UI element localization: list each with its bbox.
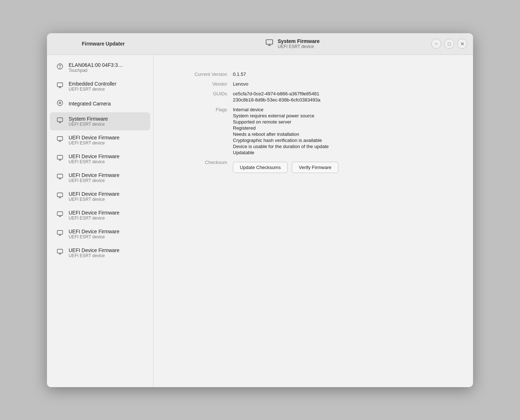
sidebar-name-camera: Integrated Camera (69, 101, 111, 107)
sidebar-icon-uefi-7 (56, 248, 64, 257)
sidebar-text-uefi-1: UEFI Device Firmware UEFI ESRT device (69, 135, 120, 146)
sidebar-item-camera[interactable]: Integrated Camera (50, 96, 150, 112)
content-area: ELAN06A1:00 04F3:3… Touchpad Embedded Co… (47, 55, 473, 387)
guids-label: GUIDs (175, 89, 233, 99)
sidebar-sub-elan: Touchpad (69, 68, 123, 73)
guid-2: 230c8b18-8d9b-53ec-838b-6cfc0383493a (233, 97, 428, 103)
sidebar-name-system-firmware: System Firmware (69, 116, 108, 122)
sidebar-text-uefi-2: UEFI Device Firmware UEFI ESRT device (69, 153, 120, 164)
svg-rect-5 (57, 83, 63, 87)
sidebar-item-uefi-1[interactable]: UEFI Device Firmware UEFI ESRT device (50, 131, 150, 149)
titlebar-center: System Firmware UEFI ESRT device (154, 38, 431, 49)
sidebar-sub-system-firmware: UEFI ESRT device (69, 122, 108, 127)
flags-label: Flags (175, 105, 233, 114)
flag-7: Updatable (233, 150, 428, 155)
guids-values: ce5cfa7d-0ce2-4974-b866-a367f9e85481 230… (233, 89, 428, 105)
sidebar-icon-camera (56, 100, 64, 108)
sidebar-item-uefi-3[interactable]: UEFI Device Firmware UEFI ESRT device (50, 169, 150, 187)
sidebar-sub-uefi-1: UEFI ESRT device (69, 140, 120, 146)
sidebar-text-system-firmware: System Firmware UEFI ESRT device (69, 116, 108, 127)
sidebar-text-uefi-7: UEFI Device Firmware UEFI ESRT device (69, 247, 120, 258)
sidebar-item-uefi-6[interactable]: UEFI Device Firmware UEFI ESRT device (50, 225, 150, 243)
sidebar-item-uefi-5[interactable]: UEFI Device Firmware UEFI ESRT device (50, 206, 150, 224)
guid-1: ce5cfa7d-0ce2-4974-b866-a367f9e85481 (233, 91, 428, 96)
sidebar-text-elan: ELAN06A1:00 04F3:3… Touchpad (69, 62, 123, 73)
titlebar-monitor-icon (265, 39, 273, 49)
svg-rect-14 (57, 137, 63, 140)
sidebar-icon-uefi-1 (56, 136, 64, 144)
detail-table: Current Version 0.1.57 Vendor Lenovo GUI… (175, 69, 428, 177)
sidebar-sub-embedded: UEFI ESRT device (69, 87, 116, 92)
sidebar-text-camera: Integrated Camera (69, 101, 111, 107)
sidebar-name-uefi-1: UEFI Device Firmware (69, 135, 120, 140)
sidebar-text-embedded: Embedded Controller UEFI ESRT device (69, 81, 116, 92)
sidebar-sub-uefi-2: UEFI ESRT device (69, 159, 120, 164)
flag-4: Needs a reboot after installation (233, 131, 428, 137)
current-version-label: Current Version (175, 69, 233, 79)
sidebar-item-uefi-4[interactable]: UEFI Device Firmware UEFI ESRT device (50, 187, 150, 205)
vendor-value: Lenovo (233, 79, 428, 89)
sidebar-sub-uefi-7: UEFI ESRT device (69, 253, 120, 258)
flags-values: Internal deviceSystem requires external … (233, 105, 428, 157)
flag-2: Supported on remote server (233, 119, 428, 125)
update-checksums-button[interactable]: Update Checksums (233, 162, 287, 173)
main-panel: Current Version 0.1.57 Vendor Lenovo GUI… (153, 55, 473, 387)
flag-0: Internal device (233, 107, 428, 112)
sidebar-icon-uefi-3 (56, 173, 64, 182)
app-name: Firmware Updater (53, 41, 154, 47)
sidebar-name-embedded: Embedded Controller (69, 81, 116, 87)
titlebar-controls: − □ ✕ (431, 39, 467, 49)
titlebar-subtitle: UEFI ESRT device (278, 44, 314, 49)
sidebar-item-elan[interactable]: ELAN06A1:00 04F3:3… Touchpad (50, 59, 150, 77)
sidebar-sub-uefi-6: UEFI ESRT device (69, 234, 120, 239)
svg-point-10 (60, 103, 60, 103)
sidebar-icon-elan (56, 63, 64, 72)
close-button[interactable]: ✕ (457, 39, 467, 49)
svg-point-4 (60, 68, 60, 68)
sidebar-text-uefi-6: UEFI Device Firmware UEFI ESRT device (69, 229, 120, 239)
flag-3: Registered (233, 125, 428, 131)
flag-1: System requires external power source (233, 113, 428, 118)
titlebar: Firmware Updater System Firmware UEFI ES… (47, 33, 473, 55)
sidebar-name-elan: ELAN06A1:00 04F3:3… (69, 62, 123, 68)
svg-rect-0 (266, 40, 273, 44)
sidebar-text-uefi-3: UEFI Device Firmware UEFI ESRT device (69, 172, 120, 183)
flag-5: Cryptographic hash verification is avail… (233, 138, 428, 143)
sidebar-icon-uefi-6 (56, 230, 64, 238)
svg-rect-23 (57, 193, 63, 197)
sidebar-icon-system-firmware (56, 117, 64, 125)
sidebar-name-uefi-2: UEFI Device Firmware (69, 153, 120, 159)
sidebar-sub-uefi-4: UEFI ESRT device (69, 197, 120, 202)
sidebar-item-uefi-7[interactable]: UEFI Device Firmware UEFI ESRT device (50, 244, 150, 262)
titlebar-title-group: System Firmware UEFI ESRT device (278, 38, 320, 49)
sidebar-sub-uefi-5: UEFI ESRT device (69, 216, 120, 221)
svg-rect-11 (57, 118, 63, 122)
svg-rect-32 (57, 249, 63, 253)
sidebar-item-uefi-2[interactable]: UEFI Device Firmware UEFI ESRT device (50, 150, 150, 168)
sidebar-icon-uefi-2 (56, 155, 64, 163)
verify-firmware-button[interactable]: Verify Firmware (292, 162, 338, 173)
sidebar-name-uefi-4: UEFI Device Firmware (69, 191, 120, 197)
sidebar-item-system-firmware[interactable]: System Firmware UEFI ESRT device (50, 112, 150, 130)
sidebar-icon-embedded (56, 82, 64, 90)
sidebar-text-uefi-4: UEFI Device Firmware UEFI ESRT device (69, 191, 120, 202)
maximize-button[interactable]: □ (444, 39, 454, 49)
sidebar-item-embedded[interactable]: Embedded Controller UEFI ESRT device (50, 77, 150, 95)
sidebar-icon-uefi-4 (56, 192, 64, 200)
sidebar-name-uefi-5: UEFI Device Firmware (69, 210, 120, 216)
sidebar-name-uefi-7: UEFI Device Firmware (69, 247, 120, 253)
current-version-value: 0.1.57 (233, 69, 428, 79)
svg-rect-26 (57, 212, 63, 216)
sidebar-name-uefi-3: UEFI Device Firmware (69, 172, 120, 178)
checksum-label: Checksum (175, 157, 233, 167)
sidebar-sub-uefi-3: UEFI ESRT device (69, 178, 120, 183)
svg-rect-20 (57, 174, 63, 178)
checksum-buttons-container: Update Checksums Verify Firmware (233, 157, 428, 177)
vendor-label: Vendor (175, 79, 233, 89)
sidebar-text-uefi-5: UEFI Device Firmware UEFI ESRT device (69, 210, 120, 221)
minimize-button[interactable]: − (431, 39, 441, 49)
titlebar-title: System Firmware (278, 38, 320, 44)
checksum-buttons: Update Checksums Verify Firmware (233, 160, 428, 175)
sidebar-icon-uefi-5 (56, 211, 64, 219)
app-window: Firmware Updater System Firmware UEFI ES… (47, 33, 473, 387)
